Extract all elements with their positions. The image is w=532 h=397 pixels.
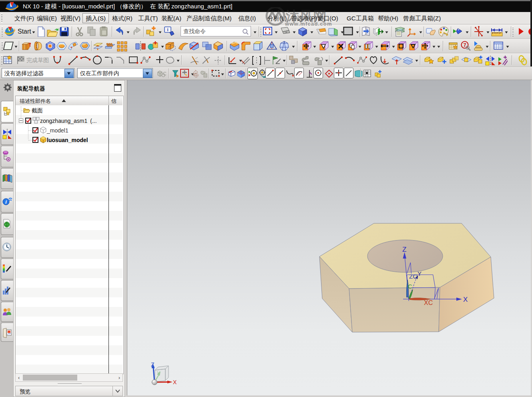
svg-text:X: X bbox=[463, 296, 468, 303]
svg-text:i: i bbox=[5, 199, 7, 205]
svg-text:ZC: ZC bbox=[409, 273, 417, 280]
svg-text:Y: Y bbox=[418, 270, 422, 277]
svg-text:Y: Y bbox=[157, 371, 160, 376]
svg-text:Z: Z bbox=[402, 246, 406, 253]
svg-text:Z: Z bbox=[151, 361, 155, 368]
svg-text:i: i bbox=[167, 27, 168, 32]
svg-text:C: C bbox=[408, 283, 412, 290]
svg-text:X: X bbox=[173, 379, 177, 385]
svg-text:XC: XC bbox=[424, 299, 433, 306]
